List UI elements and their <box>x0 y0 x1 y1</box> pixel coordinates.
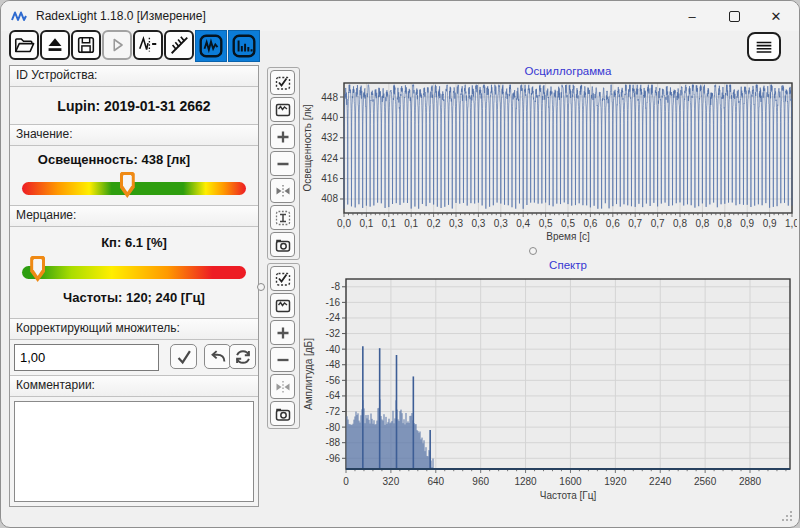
svg-text:2880: 2880 <box>739 476 762 487</box>
svg-text:416: 416 <box>321 173 338 184</box>
svg-text:Время [с]: Время [с] <box>546 231 590 242</box>
fit-vertical-icon <box>274 209 292 227</box>
svg-text:0,3: 0,3 <box>494 218 508 229</box>
svg-text:-48: -48 <box>326 359 341 370</box>
svg-text:320: 320 <box>383 476 400 487</box>
multiplier-section <box>10 340 258 375</box>
osc-zoom-out-button[interactable] <box>270 151 295 176</box>
svg-text:0,3: 0,3 <box>471 218 485 229</box>
svg-text:0,5: 0,5 <box>539 218 553 229</box>
osc-select-zoom-button[interactable] <box>270 70 295 95</box>
apply-multiplier-button[interactable] <box>170 344 197 369</box>
osc-zoom-in-button[interactable] <box>270 124 295 149</box>
zoom-in-icon <box>274 324 292 342</box>
spec-snapshot-button[interactable] <box>270 401 295 426</box>
svg-text:1280: 1280 <box>514 476 537 487</box>
svg-text:Частота [Гц]: Частота [Гц] <box>540 490 597 501</box>
svg-text:1,0: 1,0 <box>785 218 797 229</box>
play-button[interactable] <box>102 30 132 60</box>
svg-text:408: 408 <box>321 193 338 204</box>
undo-multiplier-button[interactable] <box>204 344 231 369</box>
svg-text:-8: -8 <box>331 281 340 292</box>
play-icon <box>106 34 128 56</box>
svg-text:960: 960 <box>472 476 489 487</box>
svg-text:0,6: 0,6 <box>583 218 597 229</box>
device-id-header: ID Устройства: <box>10 66 258 87</box>
svg-text:424: 424 <box>321 153 338 164</box>
spec-fit-horizontal-button[interactable] <box>270 374 295 399</box>
spectrum-view-button[interactable] <box>228 30 260 62</box>
minimize-button[interactable]: – <box>671 1 713 31</box>
comments-input[interactable] <box>14 401 254 502</box>
svg-text:-16: -16 <box>326 297 341 308</box>
measure-button[interactable] <box>133 30 163 60</box>
maximize-button[interactable] <box>713 1 755 31</box>
svg-text:0,0: 0,0 <box>337 218 351 229</box>
comments-header: Комментарии: <box>10 375 258 397</box>
select-zoom-icon <box>274 270 292 288</box>
osc-fit-view-button[interactable] <box>270 97 295 122</box>
svg-text:-40: -40 <box>326 344 341 355</box>
oscillogram-view-button[interactable] <box>195 30 227 62</box>
light-rays-icon <box>168 34 190 56</box>
svg-text:-88: -88 <box>326 437 341 448</box>
spec-zoom-out-button[interactable] <box>270 347 295 372</box>
flicker-marker <box>30 256 45 282</box>
hamburger-icon <box>753 37 775 57</box>
close-icon: ✕ <box>771 9 782 24</box>
svg-text:-56: -56 <box>326 375 341 386</box>
oscillogram-view-icon <box>198 33 224 59</box>
osc-snapshot-button[interactable] <box>270 232 295 257</box>
save-icon <box>75 34 97 56</box>
svg-text:0,2: 0,2 <box>427 218 441 229</box>
open-file-button[interactable] <box>9 30 39 60</box>
camera-icon <box>274 236 292 254</box>
zoom-out-icon <box>274 155 292 173</box>
zoom-out-icon <box>274 351 292 369</box>
chart-splitter-handle[interactable] <box>529 247 537 255</box>
resize-grip[interactable] <box>782 511 792 521</box>
app-window: RadexLight 1.18.0 [Измерение] – ✕ <box>0 0 800 528</box>
svg-text:1600: 1600 <box>559 476 582 487</box>
select-zoom-icon <box>274 74 292 92</box>
fit-horizontal-icon <box>274 378 292 396</box>
undo-icon <box>208 347 228 367</box>
eject-icon <box>44 34 66 56</box>
illuminance-scale <box>22 182 246 195</box>
refresh-multiplier-button[interactable] <box>229 344 256 369</box>
spectrum-chart[interactable]: 0320640960128016001920224025602880-8-16-… <box>301 257 797 507</box>
eject-button[interactable] <box>40 30 70 60</box>
measurement-panel: ID Устройства: Lupin: 2019-01-31 2662 Зн… <box>9 65 259 507</box>
refresh-icon <box>233 347 253 367</box>
camera-icon <box>274 405 292 423</box>
fit-view-icon <box>274 297 292 315</box>
illuminance-value: Освещенность: 438 [лк] <box>10 152 218 167</box>
fit-view-icon <box>274 101 292 119</box>
multiplier-input[interactable] <box>14 344 159 371</box>
zoom-in-icon <box>274 128 292 146</box>
osc-fit-horizontal-button[interactable] <box>270 178 295 203</box>
close-button[interactable]: ✕ <box>755 1 797 31</box>
spectrum-toolbar <box>267 263 300 429</box>
save-button[interactable] <box>71 30 101 60</box>
value-header: Значение: <box>10 124 258 146</box>
svg-text:Осциллограмма: Осциллограмма <box>525 65 612 77</box>
oscillogram-chart[interactable]: 4484404324244164080,00,10,10,10,20,30,30… <box>301 63 797 255</box>
flicker-kp-value: Кп: 6.1 [%] <box>10 235 258 250</box>
window-title: RadexLight 1.18.0 [Измерение] <box>36 9 206 23</box>
app-icon <box>11 9 29 23</box>
light-sensor-button[interactable] <box>164 30 194 60</box>
menu-button[interactable] <box>747 32 781 61</box>
flicker-section: Кп: 6.1 [%] Частоты: 120; 240 [Гц] <box>10 227 258 318</box>
spec-select-zoom-button[interactable] <box>270 266 295 291</box>
svg-text:0,9: 0,9 <box>763 218 777 229</box>
vertical-splitter-handle[interactable] <box>257 283 265 291</box>
spec-fit-view-button[interactable] <box>270 293 295 318</box>
svg-text:0,4: 0,4 <box>516 218 530 229</box>
spec-zoom-in-button[interactable] <box>270 320 295 345</box>
main-toolbar <box>9 30 260 62</box>
svg-text:Освещенность [лк]: Освещенность [лк] <box>302 104 313 191</box>
svg-text:0,5: 0,5 <box>561 218 575 229</box>
svg-text:-32: -32 <box>326 328 341 339</box>
osc-fit-vertical-button[interactable] <box>270 205 295 230</box>
